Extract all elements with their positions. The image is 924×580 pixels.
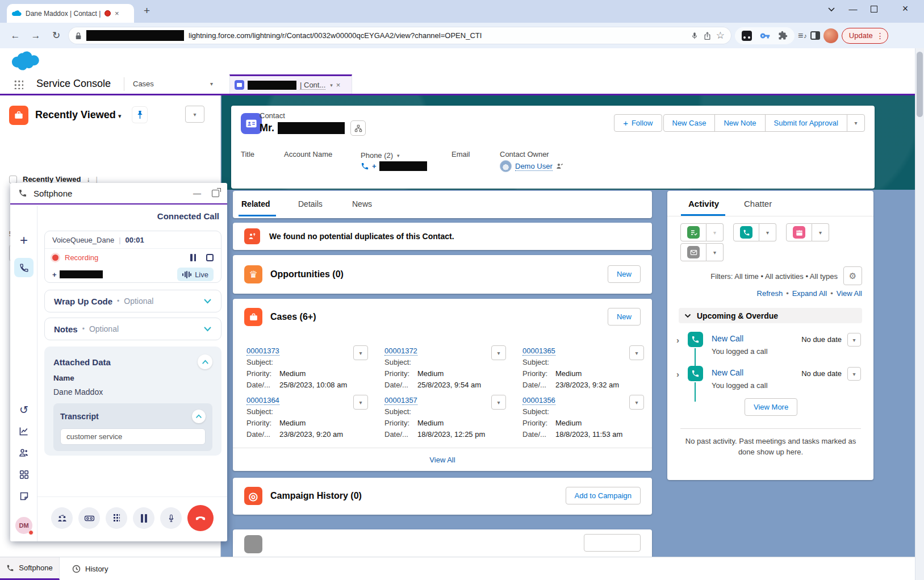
tab-close-icon[interactable]: × <box>336 81 341 89</box>
expand-item-chevron-icon[interactable]: › <box>676 369 679 379</box>
tab-close-icon[interactable]: × <box>115 9 119 18</box>
collapse-chevron-icon[interactable] <box>192 410 206 423</box>
address-bar[interactable]: lightning.force.com/lightning/r/Contact/… <box>68 27 731 44</box>
list-view-title[interactable]: Recently Viewed <box>35 109 116 121</box>
tab-search-chevron-icon[interactable] <box>827 6 835 12</box>
list-view-caret-icon[interactable]: ▾ <box>118 112 122 120</box>
reading-list-icon[interactable]: ≡♪ <box>798 31 807 41</box>
extensions-puzzle-icon[interactable] <box>778 31 788 40</box>
history-rail-icon[interactable]: ↺ <box>10 399 37 420</box>
column-resize-handle[interactable]: | <box>95 175 97 183</box>
case-row-actions-caret[interactable]: ▾ <box>353 345 368 360</box>
browser-menu-icon[interactable]: ⋮ <box>876 31 884 40</box>
new-tab-button[interactable]: + <box>144 5 150 17</box>
submit-for-approval-button[interactable]: Submit for Approval <box>765 114 847 132</box>
partial-card-button[interactable] <box>584 534 641 552</box>
task-caret-button[interactable]: ▾ <box>706 223 724 241</box>
expand-item-chevron-icon[interactable]: › <box>676 335 679 345</box>
select-all-checkbox[interactable] <box>9 176 17 183</box>
follow-button[interactable]: +Follow <box>614 114 662 132</box>
transcript-input[interactable] <box>60 428 206 445</box>
share-icon[interactable] <box>703 31 712 40</box>
agent-avatar[interactable]: DM <box>10 515 37 536</box>
item-actions-caret[interactable]: ▾ <box>847 367 861 381</box>
update-browser-button[interactable]: Update ⋮ <box>842 28 888 44</box>
stop-recording-icon[interactable] <box>206 254 214 261</box>
case-number-link[interactable]: 00001365 <box>522 347 555 356</box>
new-call-link[interactable]: New Call <box>712 334 743 343</box>
case-number-link[interactable]: 00001373 <box>246 347 279 356</box>
tab-related[interactable]: Related <box>241 199 270 208</box>
owner-link[interactable]: Demo User <box>515 162 553 171</box>
utility-history-tab[interactable]: History <box>60 557 120 580</box>
item-actions-caret[interactable]: ▾ <box>847 333 861 347</box>
add-call-button[interactable]: + <box>10 230 37 251</box>
view-more-button[interactable]: View More <box>745 398 797 416</box>
expand-chevron-icon[interactable] <box>203 326 212 332</box>
org-chart-button[interactable] <box>350 120 366 136</box>
mic-icon[interactable] <box>691 31 699 40</box>
case-number-link[interactable]: 00001356 <box>522 396 555 405</box>
voicemail-drop-button[interactable] <box>78 507 100 529</box>
email-caret-button[interactable]: ▾ <box>706 243 724 261</box>
password-key-extension-icon[interactable] <box>760 31 770 41</box>
call-caret-button[interactable]: ▾ <box>759 223 776 241</box>
forward-button[interactable]: → <box>27 27 44 44</box>
upcoming-overdue-section-header[interactable]: Upcoming & Overdue <box>679 308 862 323</box>
log-a-call-button[interactable] <box>733 223 759 241</box>
new-case-button[interactable]: New Case <box>663 114 716 132</box>
scrollbar-thumb[interactable] <box>917 52 923 117</box>
case-number-link[interactable]: 00001372 <box>384 347 417 356</box>
notes-rail-icon[interactable] <box>10 485 37 507</box>
contacts-rail-icon[interactable] <box>10 442 37 464</box>
new-opportunity-button[interactable]: New <box>608 265 641 283</box>
phone-rail-tab[interactable] <box>10 257 37 278</box>
tab-caret-icon[interactable]: ▾ <box>330 82 333 88</box>
hold-call-button[interactable] <box>133 507 154 529</box>
window-close-button[interactable]: × <box>897 3 914 15</box>
end-call-button[interactable] <box>187 505 214 531</box>
browser-profile-avatar[interactable] <box>823 28 838 43</box>
case-number-link[interactable]: 00001357 <box>384 396 417 405</box>
case-row-actions-caret[interactable]: ▾ <box>629 345 644 360</box>
new-call-link[interactable]: New Call <box>712 368 743 377</box>
collapse-chevron-icon[interactable] <box>198 354 212 369</box>
case-row-actions-caret[interactable]: ▾ <box>353 395 368 410</box>
activity-settings-gear-button[interactable]: ⚙ <box>843 266 862 285</box>
transfer-call-button[interactable] <box>51 507 73 529</box>
reload-button[interactable]: ↻ <box>48 27 65 44</box>
new-event-button[interactable] <box>786 223 812 241</box>
nav-cases-caret-icon[interactable]: ▾ <box>210 81 213 87</box>
case-row-actions-caret[interactable]: ▾ <box>491 395 506 410</box>
expand-chevron-icon[interactable] <box>203 298 212 304</box>
campaign-title[interactable]: Campaign History (0) <box>270 491 362 501</box>
utility-softphone-tab[interactable]: Softphone <box>0 557 60 580</box>
opportunities-title[interactable]: Opportunities (0) <box>270 269 344 279</box>
nav-tab-cases[interactable]: Cases <box>133 80 154 88</box>
back-button[interactable]: ← <box>7 27 24 44</box>
extension-icon[interactable] <box>742 31 752 41</box>
pin-list-button[interactable] <box>132 107 147 123</box>
add-to-campaign-button[interactable]: Add to Campaign <box>566 487 641 504</box>
app-launcher-waffle-icon[interactable] <box>14 80 23 89</box>
minimize-softphone-icon[interactable]: — <box>193 189 201 198</box>
page-scrollbar[interactable] <box>915 48 924 580</box>
tab-details[interactable]: Details <box>298 199 323 208</box>
case-number-link[interactable]: 00001364 <box>246 396 279 405</box>
mute-mic-button[interactable] <box>160 507 182 529</box>
change-owner-icon[interactable] <box>556 162 563 170</box>
side-panel-icon[interactable] <box>810 31 820 40</box>
event-caret-button[interactable]: ▾ <box>812 223 829 241</box>
apps-rail-icon[interactable] <box>10 464 37 485</box>
case-row-actions-caret[interactable]: ▾ <box>491 345 506 360</box>
bookmark-star-icon[interactable]: ☆ <box>716 30 725 41</box>
expand-all-link[interactable]: Expand All <box>792 289 827 298</box>
dialpad-button[interactable] <box>106 507 127 529</box>
new-note-button[interactable]: New Note <box>714 114 765 132</box>
notes-section[interactable]: Notes • Optional <box>44 318 221 340</box>
list-actions-caret-button[interactable]: ▾ <box>185 106 204 123</box>
browser-tab[interactable]: Dane Maddox | Contact | Sal × <box>7 4 134 23</box>
view-all-link[interactable]: View All <box>837 289 862 298</box>
new-task-button[interactable] <box>680 223 706 241</box>
cases-title[interactable]: Cases (6+) <box>270 312 316 322</box>
